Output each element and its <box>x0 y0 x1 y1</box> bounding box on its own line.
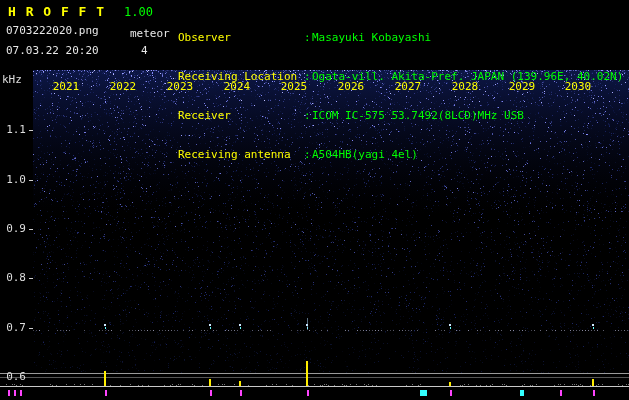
x-tick-label: 2021 <box>46 80 86 93</box>
y-tick-label: 1.0 <box>2 173 26 186</box>
info-row-antenna: Receiving antenna:A504HB(yagi 4el) <box>178 148 623 161</box>
info-separator: : <box>304 148 312 161</box>
y-tick-label: 0.9 <box>2 222 26 235</box>
y-axis-unit-label: kHz <box>2 73 22 86</box>
info-separator: : <box>304 31 312 44</box>
app-version: 1.00 <box>124 5 153 19</box>
x-tick-label: 2027 <box>388 80 428 93</box>
x-tick-label: 2026 <box>331 80 371 93</box>
x-tick-label: 2023 <box>160 80 200 93</box>
x-tick-label: 2029 <box>502 80 542 93</box>
x-tick-label: 2028 <box>445 80 485 93</box>
info-row-observer: Observer:Masayuki Kobayashi <box>178 31 623 44</box>
datetime-label: 07.03.22 20:20 <box>6 44 99 57</box>
info-label: Observer <box>178 31 304 44</box>
x-tick-label: 2025 <box>274 80 314 93</box>
info-value: Masayuki Kobayashi <box>312 31 431 44</box>
echo-count: 4 <box>141 44 148 57</box>
info-value: A504HB(yagi 4el) <box>312 148 418 161</box>
x-tick-label: 2024 <box>217 80 257 93</box>
hrofft-output-screen: H R O F F T 1.00 0703222020.png meteor 0… <box>0 0 629 400</box>
output-filename: 0703222020.png <box>6 24 99 37</box>
info-label: Receiving antenna <box>178 148 304 161</box>
mode-label: meteor <box>130 27 170 40</box>
y-tick-label: 0.7 <box>2 321 26 334</box>
x-tick-label: 2022 <box>103 80 143 93</box>
y-tick-label: 0.8 <box>2 271 26 284</box>
x-tick-label: 2030 <box>558 80 598 93</box>
app-title: H R O F F T <box>8 4 105 19</box>
info-separator: : <box>304 109 312 122</box>
y-tick-label: 1.1 <box>2 123 26 136</box>
y-tick-label: 0.6 <box>2 370 26 383</box>
info-value: ICOM IC-575 53.7492(8LCD)MHz USB <box>312 109 524 122</box>
info-label: Receiver <box>178 109 304 122</box>
info-row-receiver: Receiver:ICOM IC-575 53.7492(8LCD)MHz US… <box>178 109 623 122</box>
observer-info-block: Observer:Masayuki Kobayashi Receiving Lo… <box>178 5 623 187</box>
